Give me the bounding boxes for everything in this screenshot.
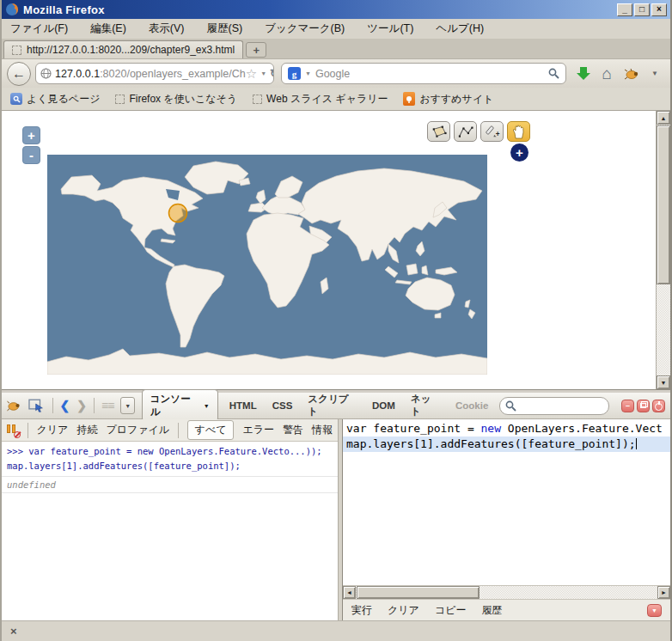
active-tab[interactable]: http://127.0.0.1:8020...209/chapter9_ex3… [3, 40, 243, 58]
break-on-errors-icon[interactable] [7, 424, 19, 436]
zoom-panel: + - [22, 126, 40, 164]
page-vertical-scrollbar[interactable]: ▲ ▼ [656, 111, 670, 389]
scroll-left-icon[interactable]: ◄ [343, 586, 356, 599]
tab-html[interactable]: HTML [225, 400, 261, 411]
tab-favicon [12, 46, 21, 55]
firebug-list-icon: ≡≡ [101, 399, 113, 412]
tab-css[interactable]: CSS [268, 400, 297, 411]
draw-polygon-button[interactable] [427, 121, 450, 142]
url-bar[interactable]: 127.0.0.1:8020/openlayers_example/Ch ☆ ▼… [35, 63, 274, 84]
menu-edit[interactable]: 編集(E) [90, 21, 126, 36]
run-button[interactable]: 実行 [351, 603, 372, 618]
bookmark-most-visited[interactable]: よく見るページ [10, 92, 100, 107]
hscroll-thumb[interactable] [357, 586, 480, 599]
filter-warnings-button[interactable]: 警告 [283, 423, 303, 437]
tab-title: http://127.0.0.1:8020...209/chapter9_ex3… [27, 44, 235, 56]
bookmark-star-icon[interactable]: ☆ [246, 66, 257, 82]
search-icon[interactable] [548, 68, 559, 79]
firebug-close-button[interactable] [652, 400, 665, 412]
clear-button[interactable]: クリア [388, 603, 419, 618]
tab-dom[interactable]: DOM [368, 400, 400, 411]
inspect-icon[interactable] [28, 399, 45, 412]
firebug-options-dropdown[interactable]: ▼ [120, 397, 134, 414]
command-line2: map.layers[1].addFeatures([feature_point… [7, 461, 241, 471]
console-persist-button[interactable]: 持続 [76, 423, 97, 437]
console-result-entry[interactable]: undefined [2, 477, 338, 493]
home-icon[interactable]: ⌂ [602, 65, 612, 82]
filter-all-button[interactable]: すべて [187, 420, 235, 440]
menu-help[interactable]: ヘルプ(H) [436, 21, 484, 36]
tab-script[interactable]: スクリプト [303, 393, 361, 418]
history-button[interactable]: 履歴 [481, 603, 502, 618]
openlayers-map[interactable]: + - [2, 111, 656, 389]
tab-cookie[interactable]: Cookie [451, 400, 492, 411]
menu-file[interactable]: ファイル(F) [10, 21, 68, 36]
bookmark-label: Firefox を使いこなそう [129, 92, 237, 107]
tab-net[interactable]: ネット [406, 393, 444, 418]
bookmark-getting-started[interactable]: Firefox を使いこなそう [115, 92, 237, 107]
menu-tools[interactable]: ツール(T) [367, 21, 413, 36]
firebug-back-icon[interactable]: ❮ [60, 399, 70, 412]
firebug-minimize-button[interactable]: – [621, 400, 634, 412]
back-button[interactable]: ← [7, 62, 31, 86]
most-visited-icon [10, 93, 22, 105]
layer-switcher-maximize-button[interactable]: + [510, 143, 528, 162]
menu-history[interactable]: 履歴(S) [206, 21, 242, 36]
editor-collapse-button[interactable]: ▼ [647, 604, 662, 617]
scroll-right-icon[interactable]: ► [657, 586, 670, 599]
draw-point-button[interactable]: + [480, 121, 504, 142]
statusbar-close-icon[interactable]: × [10, 625, 17, 638]
google-icon[interactable]: g [288, 67, 301, 80]
filter-errors-button[interactable]: エラー [242, 423, 274, 437]
command-line1: var feature_point = new OpenLayers.Featu… [28, 446, 321, 456]
firebug-search-input[interactable] [499, 397, 609, 415]
console-panel: クリア 持続 プロファイル すべて エラー 警告 情報 >>> var feat… [2, 419, 338, 620]
menu-bookmarks[interactable]: ブックマーク(B) [265, 21, 345, 36]
bookmark-suggested-sites[interactable]: おすすめサイト [403, 92, 493, 107]
bookmark-favicon [253, 95, 262, 104]
navigation-bar: ← 127.0.0.1:8020/openlayers_example/Ch ☆… [2, 58, 670, 88]
maximize-button[interactable]: □ [634, 3, 650, 16]
zoom-in-button[interactable]: + [22, 126, 40, 144]
scrollbar-thumb[interactable] [657, 125, 670, 284]
firebug-detach-button[interactable] [637, 400, 650, 412]
page-content: + - [2, 111, 670, 389]
world-map[interactable] [47, 155, 487, 375]
firebug-toolbar-icon[interactable] [624, 68, 639, 80]
firebug-menu-icon[interactable] [7, 400, 21, 412]
zoom-out-button[interactable]: - [22, 146, 40, 164]
navigate-hand-button[interactable] [507, 121, 530, 142]
scroll-down-icon[interactable]: ▼ [657, 375, 670, 389]
new-tab-button[interactable]: + [246, 42, 266, 58]
tab-console[interactable]: コンソール ▼ [142, 389, 218, 422]
console-clear-button[interactable]: クリア [37, 423, 69, 437]
bookmark-web-slice-gallery[interactable]: Web スライス ギャラリー [253, 92, 388, 107]
search-engine-dropdown-icon[interactable]: ▼ [305, 70, 311, 76]
draw-line-button[interactable] [454, 121, 477, 142]
downloads-icon[interactable] [577, 67, 590, 80]
url-dropdown-icon[interactable]: ▼ [260, 70, 266, 76]
filter-info-button[interactable]: 情報 [312, 423, 333, 437]
bookmark-label: おすすめサイト [419, 92, 493, 107]
console-profile-button[interactable]: プロファイル [106, 423, 169, 437]
copy-button[interactable]: コピー [435, 603, 467, 618]
overflow-dropdown-icon[interactable]: ▼ [651, 70, 658, 77]
close-button[interactable]: × [651, 3, 667, 16]
reload-icon[interactable]: ↻ [270, 67, 274, 80]
url-domain: 127.0.0.1 [55, 68, 100, 80]
command-prompt: >>> [7, 446, 28, 456]
console-command-entry[interactable]: >>> var feature_point = new OpenLayers.F… [2, 442, 338, 477]
editor-horizontal-scrollbar[interactable]: ◄ ► [343, 585, 670, 599]
firebug-forward-icon[interactable]: ❯ [76, 399, 87, 412]
feature-point-marker[interactable] [169, 205, 187, 223]
editor-line2-selected: map.layers[1].addFeatures([feature_point… [343, 436, 670, 452]
search-icon [505, 400, 516, 412]
scroll-up-icon[interactable]: ▲ [657, 111, 670, 125]
lightbulb-icon [403, 92, 415, 106]
search-box[interactable]: g ▼ Google [281, 63, 566, 84]
menu-view[interactable]: 表示(V) [149, 21, 185, 36]
bookmark-label: よく見るページ [27, 92, 100, 107]
command-editor[interactable]: var feature_point = new OpenLayers.Featu… [343, 419, 670, 585]
minimize-button[interactable]: _ [617, 3, 632, 16]
console-filter-bar: クリア 持続 プロファイル すべて エラー 警告 情報 [2, 419, 338, 442]
